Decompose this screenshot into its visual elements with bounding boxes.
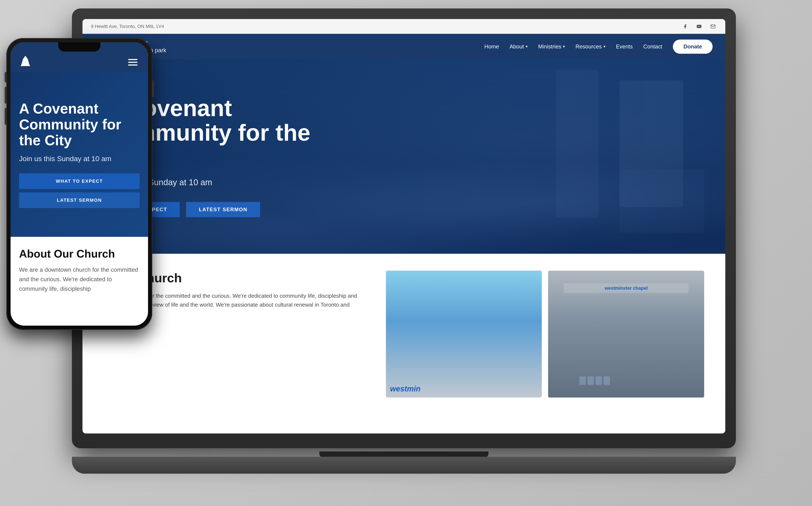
- about-images: westmin westminster chapel: [386, 271, 704, 398]
- ministries-chevron-icon: ▾: [563, 44, 565, 49]
- hamburger-line-2: [128, 62, 138, 63]
- nav-about[interactable]: About ▾: [510, 44, 528, 50]
- latest-sermon-button[interactable]: LATEST SERMON: [186, 202, 260, 217]
- address-text: 9 Hewitt Ave, Toronto, ON M6L 1V4: [91, 24, 164, 29]
- phone-power-button: [152, 80, 154, 97]
- phone-logo-icon: [19, 55, 32, 68]
- phone-hero-subtitle: Join us this Sunday at 10 am: [19, 155, 140, 163]
- laptop-navbar: westminster chapel at high park Home Abo…: [82, 34, 725, 59]
- laptop-topbar: 9 Hewitt Ave, Toronto, ON M6L 1V4: [82, 19, 725, 34]
- phone-notch: [58, 42, 100, 52]
- about-image-sign: westmin: [386, 271, 542, 398]
- sign-text: westmin: [390, 385, 421, 393]
- nav-ministries[interactable]: Ministries ▾: [538, 44, 565, 50]
- phone-hero-title: A Covenant Community for the City: [19, 101, 140, 148]
- phone-screen: A Covenant Community for the City Join u…: [11, 42, 148, 326]
- phone-body: A Covenant Community for the City Join u…: [6, 38, 152, 330]
- phone-hero-content: A Covenant Community for the City Join u…: [19, 101, 140, 208]
- laptop-about-section: t Our Church downtown church for the com…: [82, 254, 725, 414]
- hamburger-line-3: [128, 65, 138, 66]
- about-chevron-icon: ▾: [526, 44, 528, 49]
- scene: 9 Hewitt Ave, Toronto, ON M6L 1V4: [0, 0, 812, 506]
- hamburger-line-1: [128, 59, 138, 60]
- nav-home[interactable]: Home: [484, 44, 499, 50]
- phone-about-section: About Our Church We are a downtown churc…: [11, 237, 148, 304]
- building-image: westminster chapel: [548, 271, 704, 398]
- phone-about-body: We are a downtown church for the committ…: [19, 265, 140, 293]
- phone-hero-section: A Covenant Community for the City Join u…: [11, 72, 148, 237]
- laptop-hero-section: A Covenant Community for the City Join u…: [82, 59, 725, 254]
- nav-links: Home About ▾ Ministries ▾ Resources ▾: [484, 39, 713, 54]
- nav-events[interactable]: Events: [616, 44, 633, 50]
- phone-device: A Covenant Community for the City Join u…: [6, 38, 152, 330]
- laptop-device: 9 Hewitt Ave, Toronto, ON M6L 1V4: [72, 8, 736, 474]
- laptop-body: 9 Hewitt Ave, Toronto, ON M6L 1V4: [72, 8, 736, 448]
- phone-mute-button: [5, 72, 6, 82]
- nav-contact[interactable]: Contact: [643, 44, 662, 50]
- sign-image: westmin: [386, 271, 542, 398]
- laptop-screen: 9 Hewitt Ave, Toronto, ON M6L 1V4: [82, 19, 725, 433]
- about-image-building: westminster chapel: [548, 271, 704, 398]
- email-icon[interactable]: [709, 23, 717, 30]
- hero-interior-bg: [429, 59, 725, 254]
- topbar-social-icons: [681, 23, 717, 30]
- phone-volume-up-button: [5, 87, 6, 104]
- laptop-base: [72, 457, 736, 474]
- phone-latest-sermon-button[interactable]: LATEST SERMON: [19, 192, 140, 208]
- phone-what-to-expect-button[interactable]: WHAT TO EXPECT: [19, 173, 140, 189]
- phone-volume-down-button: [5, 108, 6, 125]
- donate-button[interactable]: Donate: [673, 39, 713, 54]
- nav-resources[interactable]: Resources ▾: [575, 44, 605, 50]
- facebook-icon[interactable]: [681, 23, 689, 30]
- resources-chevron-icon: ▾: [604, 44, 606, 49]
- phone-about-title: About Our Church: [19, 247, 140, 260]
- youtube-icon[interactable]: [695, 23, 703, 30]
- building-sign: westminster chapel: [564, 283, 689, 293]
- hamburger-menu-button[interactable]: [126, 57, 140, 68]
